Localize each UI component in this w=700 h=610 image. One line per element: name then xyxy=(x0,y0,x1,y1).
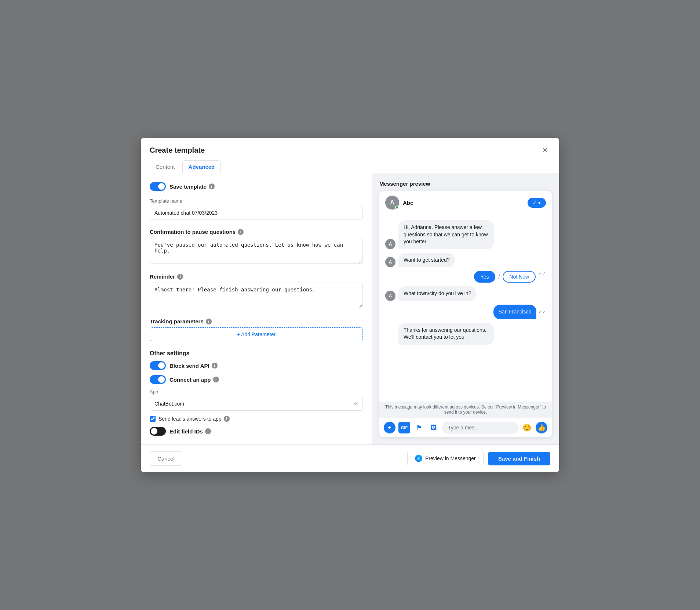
tab-content[interactable]: Content xyxy=(150,160,181,173)
gif-button[interactable]: GIF xyxy=(398,422,410,433)
edit-field-ids-label: Edit field IDs i xyxy=(169,428,211,435)
save-template-section: Save template i xyxy=(150,182,363,191)
template-name-section: Template name xyxy=(150,198,363,220)
other-settings-title: Other settings xyxy=(150,350,363,357)
add-icon-button[interactable]: + xyxy=(384,422,395,433)
app-dropdown-wrapper: ChatBot.com None Custom App xyxy=(150,397,363,411)
add-parameter-button[interactable]: + Add Parameter xyxy=(150,327,363,341)
message-2: A Want to get started? xyxy=(385,253,546,268)
message-1: A Hi, Adrianna. Please answer a few ques… xyxy=(385,220,546,249)
send-lead-checkbox[interactable] xyxy=(150,416,156,422)
template-name-input[interactable] xyxy=(150,206,363,220)
connect-app-row: Connect an app i xyxy=(150,375,363,384)
verified-button[interactable]: ✓ ▾ xyxy=(528,198,546,208)
create-template-modal: Create template × Content Advanced xyxy=(141,138,559,472)
modal-overlay: Create template × Content Advanced xyxy=(0,0,700,610)
reminder-section: Reminder i xyxy=(150,273,363,309)
tracking-info-icon[interactable]: i xyxy=(206,319,212,324)
other-settings-section: Other settings Block send API i xyxy=(150,350,363,436)
modal-body: Save template i Template name Confirmati… xyxy=(141,173,559,444)
block-send-api-toggle[interactable] xyxy=(150,361,166,370)
bot-avatar-3: A xyxy=(385,291,395,301)
bubble-1: Hi, Adrianna. Please answer a few questi… xyxy=(398,220,494,249)
app-select[interactable]: ChatBot.com None Custom App xyxy=(150,397,363,411)
template-name-label: Template name xyxy=(150,198,363,204)
messenger-user: A Abc xyxy=(385,196,413,210)
avatar: A xyxy=(385,196,399,210)
app-field: App ChatBot.com None Custom App xyxy=(150,389,363,411)
send-lead-info-icon[interactable]: i xyxy=(224,416,230,422)
quick-reply-not-now[interactable]: Not Now xyxy=(503,271,536,283)
left-panel: Save template i Template name Confirmati… xyxy=(141,173,372,444)
right-panel: Messenger preview A Abc ✓ xyxy=(372,173,559,444)
block-send-api-label: Block send API i xyxy=(169,363,218,369)
bubble-5: Thanks for answering our questions. We'l… xyxy=(398,323,494,345)
save-template-info-icon[interactable]: i xyxy=(209,184,215,189)
messenger-messages: A Hi, Adrianna. Please answer a few ques… xyxy=(379,214,552,402)
connect-app-label: Connect an app i xyxy=(169,377,219,383)
bot-avatar-1: A xyxy=(385,239,395,249)
messenger-container: A Abc ✓ ▾ A xyxy=(379,191,552,437)
messenger-icon: ✉ xyxy=(415,455,422,462)
reminder-title: Reminder i xyxy=(150,273,363,280)
quick-replies: Yes / Not Now ✓✓ xyxy=(385,271,546,283)
message-3: A What town/city do you live in? xyxy=(385,286,546,301)
preview-in-messenger-button[interactable]: ✉ Preview in Messenger xyxy=(407,451,484,466)
confirmation-info-icon[interactable]: i xyxy=(238,229,244,235)
tracking-title: Tracking parameters i xyxy=(150,318,363,324)
save-and-finish-button[interactable]: Save and Finish xyxy=(488,452,550,465)
tab-bar: Content Advanced xyxy=(141,156,559,173)
delivered-check-2: ✓✓ xyxy=(539,309,546,315)
quick-reply-yes[interactable]: Yes xyxy=(474,271,496,283)
cancel-button[interactable]: Cancel xyxy=(150,451,182,466)
sticker-button[interactable]: ⚑ xyxy=(413,422,425,433)
bubble-4: San Francisco xyxy=(493,305,536,319)
edit-field-ids-info-icon[interactable]: i xyxy=(205,428,211,434)
connect-app-toggle[interactable] xyxy=(150,375,166,384)
delivered-check: ✓✓ xyxy=(539,271,546,283)
settings-group: Block send API i Connect an app xyxy=(150,361,363,436)
reminder-textarea[interactable] xyxy=(150,283,363,308)
tab-advanced[interactable]: Advanced xyxy=(182,160,221,173)
messenger-username: Abc xyxy=(403,200,413,206)
image-button[interactable]: 🖼 xyxy=(428,422,440,433)
tracking-section: Tracking parameters i + Add Parameter xyxy=(150,318,363,341)
quick-reply-divider: / xyxy=(498,271,500,283)
message-4: San Francisco ✓✓ xyxy=(385,305,546,319)
bot-avatar-2: A xyxy=(385,257,395,267)
save-template-label: Save template i xyxy=(169,184,215,190)
preview-note: This message may look different across d… xyxy=(379,402,552,418)
block-send-api-row: Block send API i xyxy=(150,361,363,370)
confirmation-textarea[interactable] xyxy=(150,238,363,264)
reminder-info-icon[interactable]: i xyxy=(177,274,183,280)
online-indicator xyxy=(395,206,399,209)
save-template-toggle[interactable] xyxy=(150,182,166,191)
bubble-3: What town/city do you live in? xyxy=(398,286,476,301)
send-lead-row: Send lead's answers to app i xyxy=(150,416,363,422)
connect-app-info-icon[interactable]: i xyxy=(213,377,219,382)
edit-field-ids-toggle[interactable] xyxy=(150,427,166,436)
confirmation-section: Confirmation to pause questions i xyxy=(150,229,363,265)
modal-header: Create template × xyxy=(141,138,559,156)
messenger-preview-title: Messenger preview xyxy=(379,181,552,187)
dropdown-arrow-icon: ▾ xyxy=(538,200,541,206)
close-button[interactable]: × xyxy=(540,145,550,156)
modal-title: Create template xyxy=(150,146,205,155)
message-5: Thanks for answering our questions. We'l… xyxy=(385,323,546,345)
emoji-button[interactable]: 😊 xyxy=(521,422,533,433)
app-label: App xyxy=(150,389,363,395)
like-button[interactable]: 👍 xyxy=(536,422,547,433)
message-input[interactable] xyxy=(442,422,518,433)
messenger-footer: + GIF ⚑ 🖼 😊 👍 xyxy=(379,418,552,437)
checkmark-icon: ✓ xyxy=(533,200,537,206)
footer-right: ✉ Preview in Messenger Save and Finish xyxy=(407,451,550,466)
send-lead-label: Send lead's answers to app i xyxy=(158,416,230,422)
messenger-header: A Abc ✓ ▾ xyxy=(379,191,552,214)
edit-field-ids-row: Edit field IDs i xyxy=(150,427,363,436)
bubble-2: Want to get started? xyxy=(398,253,455,268)
modal-footer: Cancel ✉ Preview in Messenger Save and F… xyxy=(141,444,559,472)
block-send-api-info-icon[interactable]: i xyxy=(212,363,218,368)
confirmation-title: Confirmation to pause questions i xyxy=(150,229,363,235)
